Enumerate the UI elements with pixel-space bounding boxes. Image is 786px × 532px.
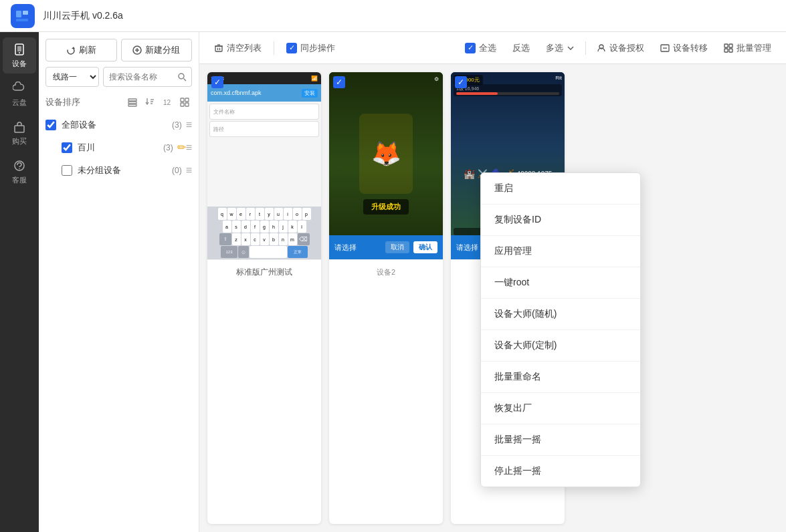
- group-checkbox-all[interactable]: [45, 120, 56, 130]
- sidebar-item-cloud[interactable]: 云盘: [3, 76, 36, 112]
- multi-label: 多选: [546, 42, 563, 54]
- group-row-baichuan[interactable]: 百川 (3) ✏ ≡: [43, 136, 195, 159]
- select-all-button[interactable]: ✓ 全选: [460, 39, 502, 57]
- sidebar-label-shop: 购买: [12, 136, 27, 146]
- line-select[interactable]: 线路一: [45, 67, 99, 87]
- sidebar-item-device[interactable]: 设备: [3, 37, 36, 74]
- sync-op-button[interactable]: ✓ 同步操作: [281, 39, 340, 57]
- service-icon: [12, 158, 27, 173]
- left-panel: 刷新 新建分组 线路一: [39, 32, 199, 532]
- group-label-ungrouped: 未分组设备: [78, 164, 172, 176]
- svg-rect-16: [128, 104, 136, 106]
- svg-rect-23: [185, 98, 189, 102]
- group-count-all: (3): [172, 120, 182, 130]
- multi-select-button[interactable]: 多选: [541, 39, 580, 57]
- context-menu: 重启 复制设备ID 应用管理 一键root 设备大师(随机) 设备大师(定制) …: [480, 172, 641, 487]
- device-transfer-button[interactable]: 设备转移: [655, 39, 713, 57]
- select-all-label: 全选: [479, 42, 496, 54]
- app-logo: [11, 4, 35, 28]
- context-menu-restart[interactable]: 重启: [481, 173, 640, 205]
- svg-rect-36: [724, 49, 728, 52]
- device-card-2[interactable]: ✓ Lv.1 ⚙ 🦊 升级成功 请选择: [329, 72, 443, 524]
- refresh-label: 刷新: [79, 44, 96, 56]
- svg-rect-37: [729, 49, 732, 52]
- top-bar: 清空列表 ✓ 同步操作 ✓ 全选 反选 多选: [199, 32, 786, 64]
- device2-confirm-button[interactable]: 确认: [413, 241, 437, 253]
- sort-num-button[interactable]: 12: [160, 95, 175, 110]
- sidebar-label-cloud: 云盘: [12, 98, 27, 108]
- sidebar-label-device: 设备: [12, 59, 27, 69]
- svg-rect-25: [185, 103, 189, 106]
- svg-point-12: [179, 74, 184, 79]
- device-select-check-2[interactable]: ✓: [333, 76, 345, 88]
- device2-prompt: 请选择: [334, 243, 357, 253]
- group-menu-all[interactable]: ≡: [186, 120, 192, 130]
- device-name-1: 标准版广州测试: [236, 267, 292, 278]
- left-panel-toolbar: 刷新 新建分组: [39, 32, 199, 61]
- device-auth-button[interactable]: 设备授权: [591, 39, 650, 57]
- invert-button[interactable]: 反选: [507, 39, 535, 57]
- context-menu-restore-factory[interactable]: 恢复出厂: [481, 393, 640, 424]
- svg-rect-22: [181, 98, 184, 102]
- device-transfer-label: 设备转移: [673, 42, 708, 54]
- svg-rect-34: [724, 44, 728, 47]
- sidebar-item-service[interactable]: 客服: [3, 154, 36, 190]
- device-name-2: 设备2: [377, 267, 395, 277]
- group-menu-ungrouped[interactable]: ≡: [186, 165, 192, 176]
- top-bar-divider: [274, 41, 274, 55]
- group-label-all: 全部设备: [62, 119, 172, 131]
- group-count-ungrouped: (0): [172, 166, 182, 175]
- icon-sidebar: 设备 云盘 购买: [0, 32, 39, 532]
- invert-label: 反选: [512, 42, 530, 54]
- search-area: 线路一: [39, 61, 199, 92]
- device-screen-2: ✓ Lv.1 ⚙ 🦊 升级成功 请选择: [329, 72, 443, 259]
- refresh-button[interactable]: 刷新: [45, 39, 117, 61]
- svg-rect-0: [16, 11, 21, 17]
- device-select-check-1[interactable]: ✓: [211, 76, 223, 88]
- group-checkbox-baichuan[interactable]: [62, 142, 72, 153]
- batch-manage-button[interactable]: 批量管理: [718, 39, 777, 57]
- context-menu-copy-id[interactable]: 复制设备ID: [481, 205, 640, 236]
- new-group-label: 新建分组: [145, 44, 180, 56]
- group-menu-baichuan[interactable]: ≡: [186, 142, 192, 153]
- new-group-button[interactable]: 新建分组: [121, 39, 193, 61]
- context-menu-app-mgr[interactable]: 应用管理: [481, 236, 640, 267]
- shop-icon: [12, 120, 27, 134]
- sort-az-button[interactable]: [142, 95, 157, 110]
- group-row-all[interactable]: 全部设备 (3) ≡: [43, 114, 195, 136]
- svg-rect-35: [729, 44, 732, 47]
- svg-rect-6: [15, 126, 24, 132]
- svg-line-13: [184, 79, 187, 82]
- group-label-baichuan: 百川: [78, 142, 163, 154]
- clear-list-button[interactable]: 清空列表: [209, 39, 267, 57]
- context-menu-root[interactable]: 一键root: [481, 267, 640, 299]
- sync-op-label: 同步操作: [300, 42, 335, 54]
- select-all-icon: ✓: [465, 43, 476, 53]
- svg-rect-15: [128, 102, 136, 104]
- svg-rect-14: [128, 99, 136, 101]
- sort-layers-button[interactable]: [125, 95, 140, 110]
- sidebar-item-shop[interactable]: 购买: [3, 115, 36, 151]
- device-auth-label: 设备授权: [609, 42, 644, 54]
- device-screen-1: ✓ 11:23 📶 com.xd.cfbnmf.apk 安装 文件名称: [207, 72, 321, 259]
- context-menu-stop-shake[interactable]: 停止摇一摇: [481, 456, 640, 487]
- device-select-check-3[interactable]: ✓: [455, 76, 467, 88]
- auth-icon: [597, 43, 606, 53]
- transfer-icon: [660, 43, 670, 53]
- top-bar-right: ✓ 全选 反选 多选 设备授: [460, 39, 777, 57]
- search-button[interactable]: [172, 67, 192, 87]
- context-menu-device-master-random[interactable]: 设备大师(随机): [481, 299, 640, 330]
- group-checkbox-ungrouped[interactable]: [62, 165, 72, 176]
- device2-cancel-button[interactable]: 取消: [385, 241, 409, 253]
- group-row-ungrouped[interactable]: 未分组设备 (0) ≡: [43, 159, 195, 182]
- svg-text:12: 12: [163, 99, 171, 106]
- group-edit-baichuan[interactable]: ✏: [177, 142, 186, 153]
- group-count-baichuan: (3): [163, 143, 173, 152]
- device-sort-row: 设备排序: [39, 92, 199, 114]
- context-menu-batch-rename[interactable]: 批量重命名: [481, 362, 640, 393]
- context-menu-batch-shake[interactable]: 批量摇一摇: [481, 424, 640, 456]
- sort-grid-button[interactable]: [177, 95, 192, 110]
- context-menu-device-master-custom[interactable]: 设备大师(定制): [481, 330, 640, 362]
- device-card-footer-1: 标准版广州测试: [207, 259, 321, 285]
- device-card-1[interactable]: ✓ 11:23 📶 com.xd.cfbnmf.apk 安装 文件名称: [207, 72, 321, 524]
